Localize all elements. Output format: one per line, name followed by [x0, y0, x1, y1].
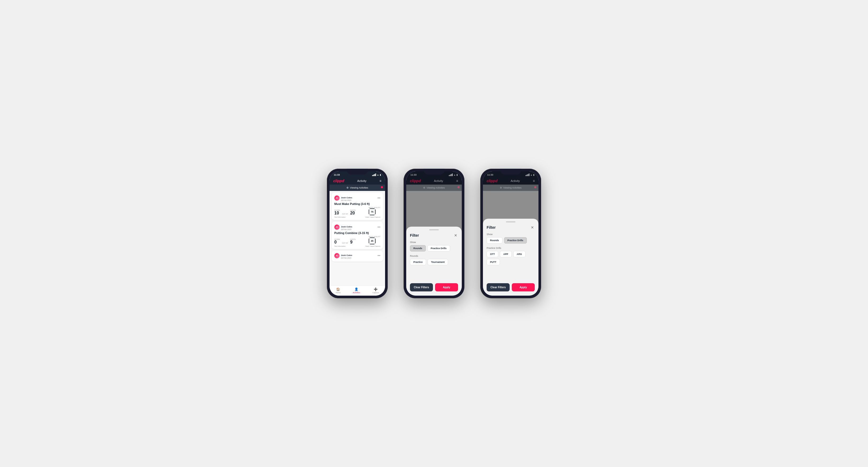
user-info-3: JC Josh Coles 28 Feb 2023	[334, 252, 352, 259]
avatar-2: JC	[334, 224, 340, 230]
spacer-2	[410, 269, 458, 279]
filter-handle-3	[506, 221, 516, 222]
notch-1	[347, 169, 368, 175]
activity-card-1[interactable]: JC Josh Coles 28 Feb 2023 ••• Must Make …	[332, 192, 383, 220]
spacer-3	[487, 269, 535, 279]
capture-label: Capture	[372, 292, 379, 293]
dots-menu-1[interactable]: •••	[377, 196, 380, 199]
phone-3-screen: 11:33 ▲ ▮ clippd Activity	[483, 172, 538, 295]
rounds-label-2: Rounds	[410, 255, 458, 257]
nav-item-home[interactable]: 🏠 Home	[336, 287, 341, 293]
user-date-1: 28 Feb 2023	[341, 199, 352, 201]
signal-2	[373, 175, 374, 176]
avatar-1: JC	[334, 195, 340, 201]
apply-btn-3[interactable]: Apply	[512, 283, 535, 291]
activity-card-2[interactable]: JC Josh Coles 28 Feb 2023 ••• Putting Co…	[332, 222, 383, 249]
filter-title-3: Filter	[487, 225, 496, 229]
filter-actions-2: Clear Filters Apply	[410, 283, 458, 291]
shot-quality-2: 45	[369, 238, 376, 244]
shots-value-2: 9	[350, 240, 356, 244]
time-1: 11:33	[334, 174, 340, 176]
data-source-2: Data: Clippd Capture	[366, 245, 380, 247]
phone-3: 11:33 ▲ ▮ clippd Activity	[480, 169, 541, 298]
menu-icon-1[interactable]: ≡	[379, 179, 381, 183]
dots-menu-2[interactable]: •••	[377, 225, 380, 228]
clear-filters-btn-2[interactable]: Clear Filters	[410, 283, 433, 291]
user-info-2: JC Josh Coles 28 Feb 2023	[334, 224, 352, 230]
phone-1: 11:33 ▲ ▮ clippd Act	[327, 169, 388, 298]
activity-title-1: Must Make Putting (3-6 ft)	[334, 202, 380, 206]
nav-item-activities[interactable]: 👤 Activities	[353, 287, 360, 293]
notch-3	[500, 169, 521, 175]
activity-card-3[interactable]: JC Josh Coles 28 Feb 2023 •••	[332, 251, 383, 261]
drills-label-3: Practice Drills	[487, 247, 535, 249]
sq-label-2: Shot Quality	[369, 236, 380, 238]
card-footer-1: Test Information Data: Clippd Capture	[334, 216, 380, 218]
clear-filters-btn-3[interactable]: Clear Filters	[487, 283, 509, 291]
sq-label-1: Shot Quality	[369, 207, 380, 208]
nav-item-capture[interactable]: ➕ Capture	[372, 287, 379, 293]
test-info-1: Test Information	[334, 216, 346, 218]
notch-2	[424, 169, 444, 175]
shots-value-1: 20	[350, 211, 356, 215]
phone-2: 11:33 ▲ ▮ clippd Activity	[404, 169, 464, 298]
user-name-3: Josh Coles	[341, 254, 352, 256]
practice-drills-btn-3[interactable]: Practice Drills	[504, 237, 527, 244]
avatar-3: JC	[334, 253, 340, 258]
filter-header-3: Filter ✕	[487, 225, 535, 230]
score-value-1: 10	[334, 211, 340, 215]
card-footer-2: Test Information Data: Clippd Capture	[334, 245, 380, 247]
show-label-3: Show	[487, 233, 535, 236]
signal-4	[375, 174, 376, 176]
viewing-label-1: Viewing Activities	[350, 186, 368, 189]
wifi-icon: ▲	[377, 174, 379, 176]
rounds-buttons-2: Practice Tournament	[410, 259, 458, 265]
dots-menu-3[interactable]: •••	[377, 254, 380, 257]
home-icon: 🏠	[336, 287, 340, 291]
activities-label: Activities	[353, 292, 360, 293]
show-buttons-3: Rounds Practice Drills	[487, 237, 535, 244]
show-label-2: Show	[410, 241, 458, 244]
user-date-3: 28 Feb 2023	[341, 257, 352, 259]
shot-quality-1: 75	[369, 208, 376, 215]
nav-bar-1: clippd Activity ≡	[330, 177, 385, 185]
filter-title-2: Filter	[410, 233, 419, 238]
practice-drills-btn-2[interactable]: Practice Drills	[427, 245, 450, 251]
bottom-nav-1: 🏠 Home 👤 Activities ➕ Capture	[330, 286, 385, 295]
signal-1	[372, 175, 373, 176]
battery-icon: ▮	[380, 174, 381, 176]
score-value-2: 0	[334, 240, 340, 244]
arg-btn-3[interactable]: ARG	[513, 251, 526, 257]
close-btn-3[interactable]: ✕	[530, 225, 535, 230]
out-of-1: OUT OF	[342, 213, 348, 215]
user-info-1: JC Josh Coles 28 Feb 2023	[334, 195, 352, 201]
activities-icon: 👤	[354, 287, 359, 291]
user-date-2: 28 Feb 2023	[341, 228, 352, 230]
out-of-2: OUT OF	[342, 242, 348, 244]
home-label: Home	[336, 292, 341, 293]
tournament-btn-2[interactable]: Tournament	[428, 259, 448, 265]
nav-title-1: Activity	[357, 179, 367, 183]
rounds-btn-2[interactable]: Rounds	[410, 245, 426, 251]
ott-btn-3[interactable]: OTT	[487, 251, 498, 257]
practice-type-btn-2[interactable]: Practice	[410, 259, 426, 265]
close-btn-2[interactable]: ✕	[453, 233, 458, 238]
drills-buttons-3: OTT APP ARG PUTT	[487, 251, 535, 265]
phones-container: 11:33 ▲ ▮ clippd Act	[327, 169, 541, 298]
content-1: JC Josh Coles 28 Feb 2023 ••• Must Make …	[330, 191, 385, 286]
logo-1: clippd	[333, 179, 344, 183]
app-btn-3[interactable]: APP	[500, 251, 512, 257]
filter-handle-2	[429, 229, 439, 230]
status-icons-1: ▲ ▮	[372, 174, 381, 176]
test-info-2: Test Information	[334, 245, 346, 247]
viewing-bar-1[interactable]: ⚙ Viewing Activities	[330, 185, 385, 191]
putt-btn-3[interactable]: PUTT	[487, 259, 500, 265]
filter-sheet-3: Filter ✕ Show Rounds Practice Drills Pra…	[483, 219, 538, 295]
show-buttons-2: Rounds Practice Drills	[410, 245, 458, 251]
user-name-2: Josh Coles	[341, 225, 352, 228]
stats-row-2: Score 0 OUT OF Shots 9 Shot Quality 45	[334, 236, 380, 244]
apply-btn-2[interactable]: Apply	[435, 283, 458, 291]
rounds-btn-3[interactable]: Rounds	[487, 237, 502, 244]
stats-row-1: Score 10 OUT OF Shots 20 Shot Quality 75	[334, 207, 380, 215]
data-source-1: Data: Clippd Capture	[366, 216, 380, 218]
